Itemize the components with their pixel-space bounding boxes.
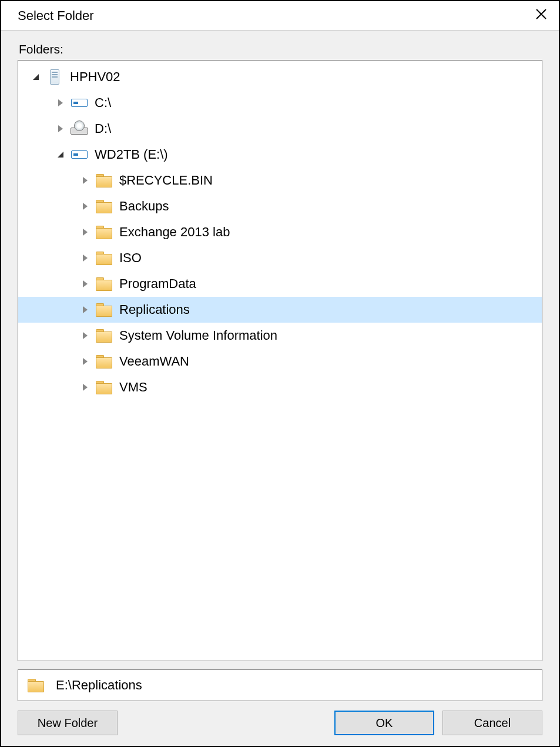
tree-item-label: WD2TB (E:\) [95, 147, 168, 162]
tree-item[interactable]: VeeamWAN [18, 349, 542, 374]
folder-icon [93, 252, 115, 264]
tree-item-label: C:\ [95, 95, 111, 110]
tree-item-label: ISO [119, 250, 142, 266]
disc-drive-icon [69, 123, 90, 135]
folder-tree[interactable]: HPHV02C:\D:\WD2TB (E:\)$RECYCLE.BINBacku… [18, 60, 542, 661]
tree-item[interactable]: HPHV02 [18, 64, 542, 90]
expander-closed-icon[interactable] [77, 332, 93, 339]
tree-item[interactable]: C:\ [18, 90, 542, 116]
button-row: New Folder OK Cancel [18, 711, 542, 735]
expander-closed-icon[interactable] [77, 229, 93, 236]
expander-closed-icon[interactable] [77, 358, 93, 365]
tree-item[interactable]: ISO [18, 245, 542, 271]
selected-path-text: E:\Replications [56, 678, 142, 693]
tree-item[interactable]: Backups [18, 193, 542, 219]
titlebar: Select Folder [1, 1, 559, 31]
drive-icon [69, 150, 90, 159]
new-folder-button[interactable]: New Folder [18, 711, 118, 735]
tree-item-label: ProgramData [119, 276, 196, 292]
tree-item-label: VeeamWAN [119, 354, 189, 369]
folder-icon [24, 679, 48, 692]
tree-item[interactable]: Replications [18, 297, 542, 323]
expander-closed-icon[interactable] [77, 177, 93, 184]
expander-closed-icon[interactable] [52, 125, 69, 132]
expander-closed-icon[interactable] [77, 203, 93, 210]
tree-item-label: $RECYCLE.BIN [119, 173, 213, 188]
selected-path-bar: E:\Replications [18, 669, 542, 701]
folder-icon [93, 226, 115, 239]
tree-item-label: Backups [119, 199, 169, 214]
dialog-title: Select Folder [18, 8, 94, 24]
expander-closed-icon[interactable] [77, 384, 93, 391]
folder-icon [93, 355, 115, 368]
expander-open-icon[interactable] [52, 152, 69, 158]
expander-open-icon[interactable] [28, 74, 44, 80]
folder-icon [93, 329, 115, 342]
close-icon[interactable] [534, 7, 548, 24]
drive-icon [69, 99, 90, 107]
folders-label: Folders: [19, 42, 542, 56]
tree-item[interactable]: D:\ [18, 116, 542, 142]
cancel-button[interactable]: Cancel [442, 711, 542, 735]
tree-item[interactable]: WD2TB (E:\) [18, 142, 542, 168]
tree-item-label: VMS [119, 380, 147, 395]
tree-item-label: D:\ [95, 121, 111, 136]
tree-item-label: System Volume Information [119, 328, 277, 343]
folder-icon [93, 381, 115, 394]
tree-item[interactable]: $RECYCLE.BIN [18, 168, 542, 193]
expander-closed-icon[interactable] [52, 99, 69, 106]
expander-closed-icon[interactable] [77, 254, 93, 262]
ok-button[interactable]: OK [334, 711, 434, 735]
tree-item-label: HPHV02 [70, 69, 120, 85]
folder-icon [93, 277, 115, 290]
server-icon [44, 69, 65, 85]
expander-closed-icon[interactable] [77, 306, 93, 313]
folder-icon [93, 200, 115, 213]
tree-item-label: Exchange 2013 lab [119, 225, 230, 240]
tree-item[interactable]: System Volume Information [18, 323, 542, 349]
tree-item[interactable]: Exchange 2013 lab [18, 219, 542, 245]
folder-icon [93, 174, 115, 187]
expander-closed-icon[interactable] [77, 280, 93, 287]
tree-item[interactable]: ProgramData [18, 271, 542, 297]
dialog-body: Folders: HPHV02C:\D:\WD2TB (E:\)$RECYCLE… [1, 31, 559, 746]
tree-item-label: Replications [119, 302, 190, 317]
tree-item[interactable]: VMS [18, 374, 542, 400]
folder-icon [93, 303, 115, 316]
